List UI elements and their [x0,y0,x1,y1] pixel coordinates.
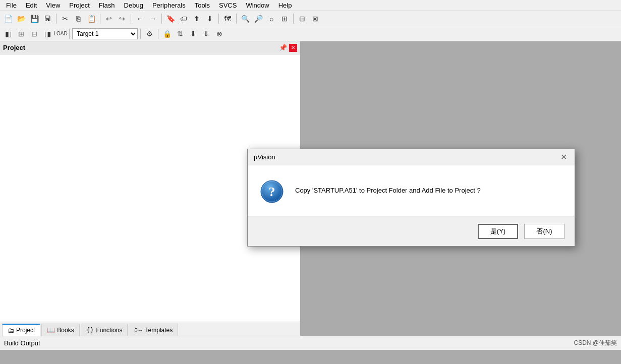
dialog-titlebar: μVision ✕ [248,149,575,165]
back-button[interactable]: ← [134,13,146,25]
tab-functions-label: Functions [96,327,122,334]
erase-button[interactable]: ⊗ [213,28,225,40]
copy-button[interactable]: ⎘ [72,13,84,25]
project-tab-icon: 🗂 [8,327,14,334]
toolbar2-sep1 [69,29,70,39]
bookmark2-button[interactable]: 🏷 [178,13,190,25]
dialog-body: ? Copy 'STARTUP.A51' to Project Folder a… [248,165,575,216]
toolbar1: 📄 📂 💾 🖫 ✂ ⎘ 📋 ↩ ↪ ← → 🔖 🏷 ⬆ ⬇ 🗺 🔍 🔎 ⌕ ⊞ … [0,11,621,26]
lock-button[interactable]: 🔒 [161,28,173,40]
tab-books[interactable]: 📖 Books [41,324,79,336]
toolbar2: ◧ ⊞ ⊟ ◨ LOAD Target 1 ⚙ 🔒 ⇅ ⬇ ⇓ ⊗ [0,26,621,41]
save-button[interactable]: 💾 [28,13,40,25]
dialog: μVision ✕ ? Copy 'STARTUP.A51' to Projec… [247,149,575,247]
project-panel-title: Project [3,44,25,51]
dialog-no-button[interactable]: 否(N) [524,224,564,239]
open-file-button[interactable]: 📂 [15,13,27,25]
grid-button[interactable]: ⊞ [15,28,27,40]
dialog-footer: 是(Y) 否(N) [248,216,575,246]
forward-button[interactable]: → [147,13,159,25]
load-button[interactable]: LOAD [54,28,67,40]
select-all-button[interactable]: ⊞ [278,13,291,25]
tab-templates[interactable]: 0→ Templates [129,324,178,336]
dialog-message-text: Copy 'STARTUP.A51' to Project Folder and… [295,179,481,196]
toolbar2-sep2 [140,29,141,39]
translate-button[interactable]: ⇅ [174,28,186,40]
menu-peripherals[interactable]: Peripherals [148,1,190,10]
functions-tab-icon: {} [86,326,94,334]
menu-file[interactable]: File [2,1,21,10]
question-icon: ? [260,179,285,205]
tab-templates-label: Templates [145,327,173,334]
dialog-close-button[interactable]: ✕ [558,152,569,162]
menu-svcs[interactable]: SVCS [215,1,241,10]
redo-button[interactable]: ↪ [116,13,128,25]
menu-edit[interactable]: Edit [22,1,41,10]
toolbar-separator-7 [293,14,294,24]
books-tab-icon: 📖 [47,326,55,334]
undo-button[interactable]: ↩ [103,13,115,25]
dialog-yes-button[interactable]: 是(Y) [478,224,518,239]
tab-functions[interactable]: {} Functions [81,324,128,336]
toolbar-separator-4 [161,14,162,24]
toolbar-separator-3 [131,14,131,24]
project-titlebar: Project 📌 ✕ [0,41,300,54]
toolbar-separator-1 [56,14,57,24]
toolbar-separator-6 [236,14,237,24]
dialog-title-label: μVision [254,153,275,161]
tab-project-label: Project [16,327,35,334]
pin-icon[interactable]: 📌 [279,44,287,52]
toolbar-separator-5 [218,14,219,24]
menu-project[interactable]: Project [65,1,93,10]
tab-books-label: Books [57,327,74,334]
toolbar2-sep3 [158,29,158,39]
svg-text:?: ? [269,185,275,199]
toolbar-separator-2 [100,14,100,24]
statusbar-left: Build Output [4,339,40,347]
cut-button[interactable]: ✂ [59,13,71,25]
menubar: File Edit View Project Flash Debug Perip… [0,0,621,11]
download2-button[interactable]: ⇓ [200,28,212,40]
templates-tab-icon: 0→ [134,327,143,333]
incr-search-button[interactable]: ⌕ [265,13,277,25]
menu-window[interactable]: Window [242,1,273,10]
bookmark1-button[interactable]: 🔖 [164,13,177,25]
find-files-button[interactable]: 🔎 [252,13,264,25]
map-button[interactable]: 🗺 [221,13,234,25]
grid2-button[interactable]: ⊟ [28,28,40,40]
menu-tools[interactable]: Tools [191,1,214,10]
statusbar: Build Output CSDN @佳茄笑 [0,336,621,350]
dbg-options-button[interactable]: ⚙ [143,28,155,40]
statusbar-right: CSDN @佳茄笑 [574,339,617,347]
download-button[interactable]: ⬇ [187,28,199,40]
layer2-button[interactable]: ◨ [41,28,53,40]
bottom-tabs: 🗂 Project 📖 Books {} Functions 0→ Templa… [0,322,300,336]
target-select[interactable]: Target 1 [72,28,138,39]
titlebar-icons: 📌 ✕ [279,44,297,52]
menu-help[interactable]: Help [274,1,296,10]
bookmark3-button[interactable]: ⬆ [191,13,203,25]
project-close-button[interactable]: ✕ [289,44,297,52]
bookmark4-button[interactable]: ⬇ [204,13,216,25]
find-button[interactable]: 🔍 [239,13,251,25]
layer-button[interactable]: ◧ [2,28,14,40]
menu-view[interactable]: View [42,1,64,10]
paste-button[interactable]: 📋 [85,13,97,25]
menu-flash[interactable]: Flash [95,1,119,10]
new-file-button[interactable]: 📄 [2,13,14,25]
col2-button[interactable]: ⊠ [309,13,321,25]
col1-button[interactable]: ⊟ [296,13,308,25]
menu-debug[interactable]: Debug [120,1,147,10]
tab-project[interactable]: 🗂 Project [2,324,40,336]
save-all-button[interactable]: 🖫 [41,13,53,25]
